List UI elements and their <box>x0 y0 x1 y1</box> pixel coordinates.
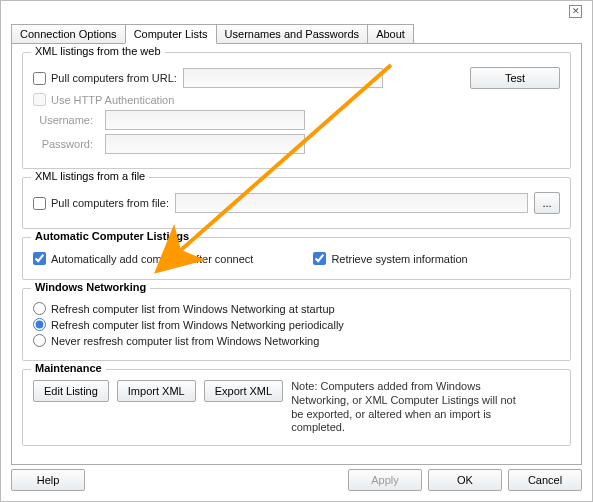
cancel-button[interactable]: Cancel <box>508 469 582 491</box>
group-windows-networking: Windows Networking Refresh computer list… <box>22 288 571 361</box>
input-file-path[interactable] <box>175 193 528 213</box>
input-password[interactable] <box>105 134 305 154</box>
label-pull-url: Pull computers from URL: <box>51 72 177 84</box>
group-title: Maintenance <box>31 362 106 374</box>
label-http-auth: Use HTTP Authentication <box>51 94 174 106</box>
label-refresh-startup: Refresh computer list from Windows Netwo… <box>51 303 335 315</box>
label-password: Password: <box>33 138 93 150</box>
group-maintenance: Maintenance Edit Listing Import XML Expo… <box>22 369 571 446</box>
radio-refresh-periodically[interactable] <box>33 318 46 331</box>
dialog-footer: Help Apply OK Cancel <box>11 469 582 491</box>
apply-button[interactable]: Apply <box>348 469 422 491</box>
label-never-refresh: Never resfresh computer list from Window… <box>51 335 319 347</box>
input-username[interactable] <box>105 110 305 130</box>
dialog-container: ✕ Connection Options Computer Lists User… <box>0 0 593 502</box>
tab-connection-options[interactable]: Connection Options <box>11 24 126 44</box>
export-xml-button[interactable]: Export XML <box>204 380 283 402</box>
label-pull-file: Pull computers from file: <box>51 197 169 209</box>
maintenance-note: Note: Computers added from Windows Netwo… <box>291 380 521 435</box>
close-icon[interactable]: ✕ <box>569 5 582 18</box>
edit-listing-button[interactable]: Edit Listing <box>33 380 109 402</box>
tab-body: XML listings from the web Pull computers… <box>11 43 582 465</box>
group-title: Windows Networking <box>31 281 150 293</box>
label-refresh-periodically: Refresh computer list from Windows Netwo… <box>51 319 344 331</box>
radio-never-refresh[interactable] <box>33 334 46 347</box>
radio-refresh-startup[interactable] <box>33 302 46 315</box>
label-retrieve-info: Retrieve system information <box>331 253 467 265</box>
group-xml-file: XML listings from a file Pull computers … <box>22 177 571 229</box>
browse-button[interactable]: ... <box>534 192 560 214</box>
checkbox-retrieve-info[interactable] <box>313 252 326 265</box>
tab-about[interactable]: About <box>367 24 414 44</box>
group-auto-listings: Automatic Computer Listings Automaticall… <box>22 237 571 280</box>
test-button[interactable]: Test <box>470 67 560 89</box>
group-xml-web: XML listings from the web Pull computers… <box>22 52 571 169</box>
checkbox-auto-add[interactable] <box>33 252 46 265</box>
label-auto-add: Automatically add computer after connect <box>51 253 253 265</box>
ok-button[interactable]: OK <box>428 469 502 491</box>
tab-computer-lists[interactable]: Computer Lists <box>125 24 217 44</box>
checkbox-http-auth[interactable] <box>33 93 46 106</box>
group-title: XML listings from the web <box>31 45 165 57</box>
import-xml-button[interactable]: Import XML <box>117 380 196 402</box>
tab-usernames-passwords[interactable]: Usernames and Passwords <box>216 24 369 44</box>
checkbox-pull-file[interactable] <box>33 197 46 210</box>
tab-strip: Connection Options Computer Lists Userna… <box>11 23 582 43</box>
group-title: XML listings from a file <box>31 170 149 182</box>
checkbox-pull-url[interactable] <box>33 72 46 85</box>
label-username: Username: <box>33 114 93 126</box>
group-title: Automatic Computer Listings <box>31 230 193 242</box>
help-button[interactable]: Help <box>11 469 85 491</box>
input-url[interactable] <box>183 68 383 88</box>
